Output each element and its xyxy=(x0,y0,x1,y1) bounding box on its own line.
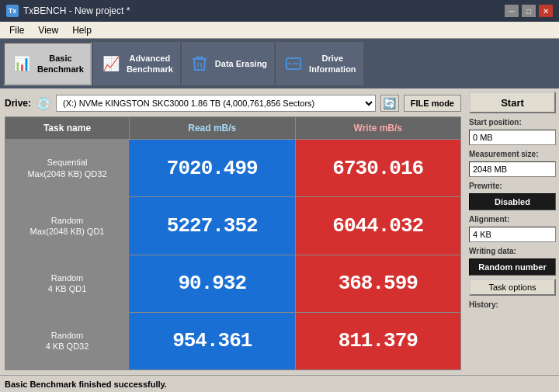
menu-help[interactable]: Help xyxy=(66,23,98,37)
read-value-0: 7020.499 xyxy=(130,140,296,196)
menu-bar: File View Help xyxy=(0,22,559,39)
toolbar-drive-information[interactable]: Drive Information xyxy=(276,42,363,85)
header-task: Task name xyxy=(5,117,130,139)
prewrite-value: Disabled xyxy=(469,193,556,210)
drive-refresh-button[interactable]: 🔄 xyxy=(380,95,399,112)
status-text: Basic Benchmark finished successfully. xyxy=(5,380,167,389)
write-value-1: 6044.032 xyxy=(296,197,461,254)
write-value-2: 368.599 xyxy=(296,255,461,312)
writing-data-value: Random number xyxy=(469,258,556,276)
task-name-1: Random Max(2048 KB) QD1 xyxy=(5,197,130,254)
task-name-2: Random 4 KB QD1 xyxy=(5,255,130,312)
read-value-1: 5227.352 xyxy=(130,197,296,254)
write-value-3: 811.379 xyxy=(296,313,461,369)
task-name-3: Random 4 KB QD32 xyxy=(5,313,130,369)
table-row: Random Max(2048 KB) QD1 5227.352 6044.03… xyxy=(5,196,460,254)
app-icon: Tx xyxy=(6,5,19,17)
alignment-value: 4 KB xyxy=(469,227,556,242)
start-button[interactable]: Start xyxy=(469,92,556,113)
read-value-3: 954.361 xyxy=(130,313,296,369)
table-row: Random 4 KB QD1 90.932 368.599 xyxy=(5,255,460,312)
read-value-2: 90.932 xyxy=(130,255,296,312)
alignment-label: Alignment: xyxy=(469,215,556,224)
results-table: Task name Read mB/s Write mB/s Sequentia… xyxy=(5,116,461,370)
right-panel: Start Start position: 0 MB Measurement s… xyxy=(466,88,559,375)
toolbar-advanced-benchmark[interactable]: 📈 Advanced Benchmark xyxy=(93,42,180,85)
start-position-label: Start position: xyxy=(469,118,556,127)
drive-row: Drive: 💿 (X:) NVMe KINGSTON SKC3000 1.86… xyxy=(5,93,461,113)
header-write: Write mB/s xyxy=(296,117,461,139)
menu-file[interactable]: File xyxy=(3,23,30,37)
measurement-size-value: 2048 MB xyxy=(469,161,556,177)
prewrite-label: Prewrite: xyxy=(469,182,556,190)
table-header: Task name Read mB/s Write mB/s xyxy=(5,117,460,139)
data-erasing-icon xyxy=(189,53,210,75)
basic-benchmark-icon: 📊 xyxy=(11,53,33,75)
toolbar: 📊 Basic Benchmark 📈 Advanced Benchmark D… xyxy=(0,39,559,88)
drive-label: Drive: xyxy=(5,98,31,109)
title-bar-left: Tx TxBENCH - New project * xyxy=(6,5,130,17)
file-mode-button[interactable]: FILE mode xyxy=(404,95,461,112)
table-row: Random 4 KB QD32 954.361 811.379 xyxy=(5,312,460,369)
start-position-value: 0 MB xyxy=(469,130,556,145)
advanced-benchmark-icon: 📈 xyxy=(100,53,122,75)
table-row: Sequential Max(2048 KB) QD32 7020.499 67… xyxy=(5,139,460,196)
task-options-button[interactable]: Task options xyxy=(469,279,556,296)
measurement-size-label: Measurement size: xyxy=(469,150,556,158)
toolbar-data-erasing[interactable]: Data Erasing xyxy=(182,42,274,85)
status-bar: Basic Benchmark finished successfully. xyxy=(0,375,559,392)
drive-information-icon xyxy=(283,53,304,75)
content-area: Drive: 💿 (X:) NVMe KINGSTON SKC3000 1.86… xyxy=(0,88,559,375)
toolbar-basic-benchmark[interactable]: 📊 Basic Benchmark xyxy=(3,42,92,85)
minimize-button[interactable]: ─ xyxy=(505,5,519,17)
menu-view[interactable]: View xyxy=(32,23,64,37)
task-name-0: Sequential Max(2048 KB) QD32 xyxy=(5,140,130,196)
close-button[interactable]: ✕ xyxy=(539,5,553,17)
title-bar: Tx TxBENCH - New project * ─ □ ✕ xyxy=(0,0,559,22)
drive-icon: 💿 xyxy=(36,96,51,111)
main-panel: Drive: 💿 (X:) NVMe KINGSTON SKC3000 1.86… xyxy=(0,88,466,375)
window-title: TxBENCH - New project * xyxy=(23,5,130,16)
drive-select[interactable]: (X:) NVMe KINGSTON SKC3000 1.86 TB (4,00… xyxy=(56,95,376,112)
svg-point-3 xyxy=(289,63,291,65)
write-value-0: 6730.016 xyxy=(296,140,461,196)
title-bar-controls: ─ □ ✕ xyxy=(505,5,553,17)
maximize-button[interactable]: □ xyxy=(522,5,536,17)
header-read: Read mB/s xyxy=(130,117,296,139)
history-label: History: xyxy=(469,300,556,309)
writing-data-label: Writing data: xyxy=(469,247,556,255)
